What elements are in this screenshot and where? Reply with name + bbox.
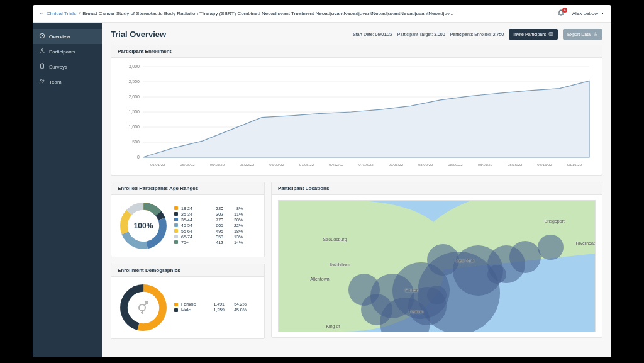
svg-text:500: 500 [132, 140, 140, 144]
location-bubble[interactable] [509, 241, 541, 272]
svg-text:06/08/22: 06/08/22 [180, 163, 195, 167]
svg-point-46 [139, 304, 145, 311]
location-bubble[interactable] [427, 244, 458, 276]
send-icon [548, 31, 553, 37]
legend-label: Male [181, 308, 203, 312]
svg-text:08/16/22: 08/16/22 [537, 163, 552, 167]
legend-row: 75+ 412 14% [174, 240, 243, 245]
legend-value: 770 [206, 218, 223, 222]
bell-icon [557, 13, 565, 18]
legend-label: 25-34 [181, 212, 203, 216]
svg-text:06/22/22: 06/22/22 [240, 163, 255, 167]
notifications-button[interactable]: 4 [557, 9, 565, 18]
legend-value: 1,259 [206, 308, 225, 312]
card-title: Enrolled Participants Age Ranges [111, 182, 264, 195]
participant-target: Participant Target: 3,000 [397, 32, 445, 36]
legend-swatch [174, 223, 178, 227]
age-legend: 18-24 220 8% 25-34 302 11% 35-44 770 28%… [174, 206, 243, 246]
demographics-legend: Female 1,491 54.2% Male 1,259 45.8% [174, 302, 247, 313]
back-arrow-icon[interactable]: ← [39, 11, 44, 16]
svg-text:08/16/22: 08/16/22 [508, 163, 523, 167]
legend-label: 45-54 [181, 223, 203, 228]
legend-swatch [174, 235, 178, 238]
legend-percent: 11% [226, 212, 243, 216]
map-city-label: Edison [405, 288, 418, 293]
svg-text:06/01/22: 06/01/22 [150, 163, 165, 167]
sidebar-item-label: Surveys [49, 64, 67, 70]
legend-label: 75+ [181, 240, 203, 245]
legend-value: 1,491 [206, 302, 225, 306]
map-city-label: King of [326, 324, 340, 328]
location-bubble[interactable] [487, 265, 506, 284]
svg-text:08/16/22: 08/16/22 [567, 163, 582, 167]
legend-label: 55-64 [181, 229, 203, 233]
breadcrumb: ← Clinical Trials / Breast Cancer Study … [39, 11, 550, 16]
legend-swatch [174, 240, 178, 244]
legend-percent: 45.8% [228, 308, 247, 312]
location-bubble[interactable] [538, 235, 563, 260]
page-title: Trial Overview [111, 30, 166, 39]
top-bar: ← Clinical Trials / Breast Cancer Study … [33, 5, 611, 23]
age-ranges-card: Enrolled Participants Age Ranges 100% 18… [111, 182, 265, 257]
legend-row: 65-74 358 13% [174, 235, 243, 239]
breadcrumb-trail: Breast Cancer Study of Stereotactic Body… [82, 11, 549, 16]
svg-text:07/05/22: 07/05/22 [299, 163, 314, 167]
map-city-label: Allentown [310, 277, 329, 281]
sidebar: Overview Participants Surveys Team [33, 23, 102, 357]
map-city-label: Stroudsburg [323, 237, 347, 242]
export-data-button[interactable]: Export Data [563, 29, 602, 40]
svg-text:07/26/22: 07/26/22 [389, 163, 404, 167]
legend-label: 35-44 [181, 218, 203, 222]
clipboard-icon [39, 63, 45, 70]
start-date: Start Date: 06/01/22 [353, 32, 392, 36]
svg-text:1,000: 1,000 [128, 125, 140, 129]
svg-point-1 [41, 49, 43, 51]
map-city-label: Riverhead [576, 241, 596, 245]
location-bubble[interactable] [427, 286, 446, 304]
legend-swatch [174, 308, 178, 312]
download-icon [593, 31, 598, 37]
legend-row: Male 1,259 45.8% [174, 308, 247, 312]
participant-locations-map[interactable]: New YorkTrentonAllentownBethlehemStrouds… [278, 200, 596, 332]
legend-label: Female [181, 302, 203, 306]
age-donut-chart: 100% [118, 200, 169, 252]
legend-swatch [174, 218, 178, 221]
user-menu[interactable]: Alex Lebow [572, 11, 605, 17]
legend-row: Female 1,491 54.2% [174, 302, 247, 306]
legend-row: 25-34 302 11% [174, 212, 243, 216]
legend-swatch [174, 303, 178, 306]
notification-count-badge: 4 [562, 8, 567, 13]
team-icon [39, 78, 45, 86]
breadcrumb-root[interactable]: Clinical Trials [47, 11, 76, 16]
invite-participant-button[interactable]: Invite Participant [509, 29, 558, 40]
svg-text:1,500: 1,500 [128, 109, 140, 114]
locations-card: Participant Locations New YorkTrentonAll… [271, 182, 602, 338]
user-name: Alex Lebow [572, 11, 598, 16]
breadcrumb-separator: / [79, 11, 80, 16]
legend-percent: 13% [226, 235, 243, 239]
sidebar-item-team[interactable]: Team [33, 74, 102, 89]
legend-label: 65-74 [181, 235, 203, 239]
legend-swatch [174, 229, 178, 233]
user-icon [39, 48, 45, 55]
legend-percent: 28% [226, 218, 243, 222]
sidebar-item-label: Participants [49, 49, 75, 55]
svg-point-3 [41, 79, 43, 81]
sidebar-item-participants[interactable]: Participants [33, 44, 102, 59]
svg-text:0: 0 [137, 155, 140, 159]
svg-text:06/29/22: 06/29/22 [269, 163, 284, 167]
legend-row: 18-24 220 8% [174, 206, 243, 211]
legend-row: 45-54 605 22% [174, 223, 243, 228]
sidebar-item-surveys[interactable]: Surveys [33, 59, 102, 74]
demographics-donut-chart [118, 282, 169, 333]
svg-text:07/12/22: 07/12/22 [329, 163, 344, 167]
enrollment-area-chart: 05001,0001,5002,0002,5003,00006/01/2206/… [118, 63, 596, 170]
legend-percent: 18% [226, 229, 243, 233]
sidebar-item-overview[interactable]: Overview [33, 29, 102, 44]
card-title: Enrollment Demographics [111, 264, 264, 277]
legend-row: 55-64 495 18% [174, 229, 243, 233]
svg-text:2,500: 2,500 [128, 79, 140, 84]
legend-value: 605 [206, 223, 223, 228]
location-bubble[interactable] [361, 294, 392, 325]
participants-enrolled: Participants Enrolled: 2,750 [450, 32, 504, 36]
